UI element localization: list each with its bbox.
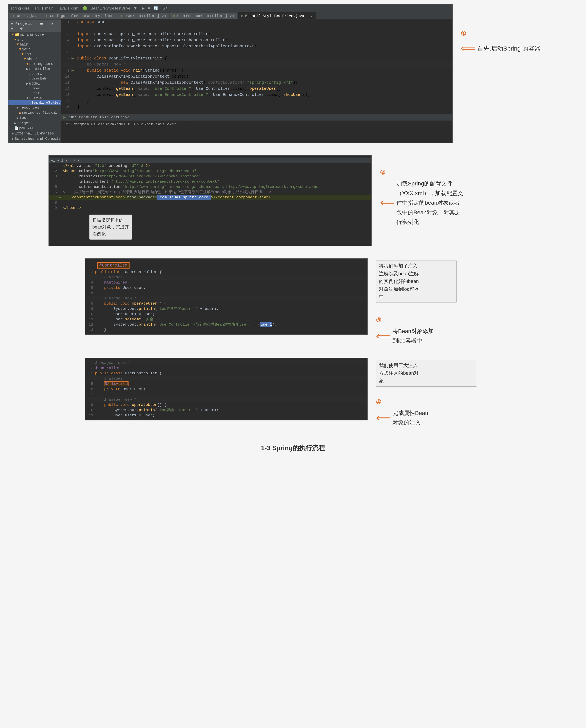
ctrl2-line-9: 9 public void operateUser() { bbox=[85, 402, 367, 407]
sidebar-item-shuai[interactable]: ▼ shuai bbox=[8, 57, 61, 61]
ctrl-line-9: 9 System.out.println("ioc容器中的user: " + u… bbox=[85, 306, 367, 311]
sidebar-header: ≡ Project ☰ ⇄ + ⚙ bbox=[8, 20, 61, 32]
terminal-bar: "C:\Program Files\Java\jdk1.8.0_201\bin\… bbox=[61, 121, 452, 128]
xml-line-2: 2 <beans xmlns="http://www.springframewo… bbox=[49, 169, 371, 174]
ctrl-line-11: 11 user.setName("帅金"); bbox=[85, 317, 367, 322]
ctrl2-line-3: 3 public class UserController { bbox=[85, 371, 367, 376]
ide-topbar: spring core | src | main | java | com 🟢 … bbox=[8, 4, 452, 12]
xml-line-3: 3 xmlns:xsi="http://www.w3.org/2001/XMLS… bbox=[49, 174, 371, 179]
ctrl-hint-3: 3 usages bbox=[85, 275, 367, 280]
tab-users[interactable]: ● Users.java bbox=[9, 13, 42, 19]
code-line-4: 4 import com.shuai.spring_core.controlle… bbox=[61, 37, 452, 43]
sidebar-item-user2[interactable]: J User bbox=[8, 91, 61, 96]
tab-beanlifestyle[interactable]: ● BeanLifeStyleTestDrive.java ✓ bbox=[238, 12, 316, 19]
code-line-hint: no usages new * bbox=[61, 61, 452, 68]
ctrl-line-8: 8 public void operateUser() { bbox=[85, 301, 367, 306]
ide-main-area: ≡ Project ☰ ⇄ + ⚙ ▼ 📁 spring_core ▼ src … bbox=[8, 19, 452, 143]
sidebar-item-main[interactable]: ▼ main bbox=[8, 42, 61, 47]
page-container: spring core | src | main | java | com 🟢 … bbox=[8, 4, 578, 453]
ctrl-line-6: 6 bbox=[85, 291, 367, 296]
ctrl2-line-11: 11 User user1 = user; bbox=[85, 413, 367, 418]
ctrl-screenshot2: 2 usages new * 2 @Controller 3 public cl… bbox=[85, 358, 368, 421]
code-line-13: 13 context.getBean( name: "userEnhanceCo… bbox=[61, 92, 452, 98]
code-line-10: 10 ClassPathXmlApplicationContext contex… bbox=[61, 74, 452, 80]
code-line-9: 9 ▶ public static void main(String[] arg… bbox=[61, 68, 452, 74]
xml-inner-annotation-area: 扫描指定包下的 bean对象，完成其 实例化 bbox=[49, 210, 371, 244]
annotation4: ④ ⟸ 完成属性Bean 对象的注入 bbox=[376, 391, 477, 427]
ctrl2-hint-3u: 3 usages bbox=[85, 376, 367, 381]
annotation4-text: 完成属性Bean 对象的注入 bbox=[393, 408, 428, 427]
ctrl2-line-7: 7 bbox=[85, 392, 367, 397]
code-editor-section1: 1 package com; 2 3 import com.shuai.spri… bbox=[61, 19, 452, 143]
sidebar-item-controller[interactable]: ▶ controller bbox=[8, 66, 61, 72]
code-line-12: 12 context.getBean( name: "userControlle… bbox=[61, 86, 452, 92]
ctrl2-inner-annotation: 我们使用三大注入 方式注入的bean对 象 bbox=[376, 360, 477, 387]
ctrl-hint-7: 1 usage new * bbox=[85, 296, 367, 301]
code-line-11: 11 = new ClassPathXmlApplicationContext(… bbox=[61, 80, 452, 86]
sidebar-item-target[interactable]: ▶ target bbox=[8, 121, 61, 126]
xml-line-7: 7 ▶ <content:component-scan base-package… bbox=[49, 195, 371, 200]
ctrl-inner-annotation: 将我们添加了注入 注解以及bean注解 的实例化好的bean 对象添加到ioc容… bbox=[376, 260, 457, 303]
arrow-icon-3: ⟸ bbox=[376, 327, 391, 345]
code-line-1: 1 package com; bbox=[61, 19, 452, 25]
sidebar-item-springcore2[interactable]: ▼ spring_core bbox=[8, 61, 61, 66]
run-bar: ▶ Run: BeanLifeStyleTestDrive bbox=[61, 114, 452, 121]
ctrl2-hint-1: 2 usages new * bbox=[85, 360, 367, 366]
section1: spring core | src | main | java | com 🟢 … bbox=[8, 4, 578, 143]
sidebar-item-pom[interactable]: 📄 pom.xml bbox=[8, 126, 61, 131]
controller-annotation-box: @Controller bbox=[98, 262, 130, 269]
code-line-15: 15 } bbox=[61, 104, 452, 110]
ctrl-line-13: 13 } bbox=[85, 327, 367, 332]
sidebar-item-userc[interactable]: J UserC... bbox=[8, 72, 61, 76]
arrow-icon-4: ⟸ bbox=[376, 409, 391, 426]
project-sidebar: ≡ Project ☰ ⇄ + ⚙ ▼ 📁 spring_core ▼ src … bbox=[8, 19, 61, 143]
dashed-line bbox=[134, 203, 134, 211]
sidebar-item-resources[interactable]: ▶ resources bbox=[8, 105, 61, 110]
section4-annotations: 我们使用三大注入 方式注入的bean对 象 ④ ⟸ 完成属性Bean 对象的注入 bbox=[376, 358, 477, 427]
xml-line-8: 8 bbox=[49, 200, 371, 205]
annotation1: ① ⟸ 首先,启动Spring 的容器 bbox=[461, 4, 578, 57]
ctrl-line-10: 10 User user1 = user; bbox=[85, 311, 367, 317]
annotation3: ③ ⟸ 将Bean对象添加 到ioc容器中 bbox=[376, 307, 457, 346]
terminal-text: "C:\Program Files\Java\jdk1.8.0_201\bin\… bbox=[63, 122, 186, 127]
tab-userenhance[interactable]: ● UserEnhanceController.java bbox=[169, 13, 237, 19]
sidebar-item-springcore[interactable]: ▼ 📁 spring_core bbox=[8, 32, 61, 37]
sidebar-item-scratches[interactable]: ▶ Scratches and Consoles bbox=[8, 136, 61, 141]
ctrl2-line-6: 6 private User user; bbox=[85, 386, 367, 392]
sidebar-item-user1[interactable]: J User bbox=[8, 86, 61, 91]
section3-annotations: 将我们添加了注入 注解以及bean注解 的实例化好的bean 对象添加到ioc容… bbox=[376, 258, 457, 346]
bottom-caption: 1-3 Spring的执行流程 bbox=[261, 444, 325, 453]
run-label: Run: BeanLifeStyleTestDrive bbox=[67, 115, 130, 120]
ctrl2-line-10: 10 System.out.println("ioc容器中的user: " + … bbox=[85, 407, 367, 413]
tab-usercontroller[interactable]: ● UserController.java bbox=[117, 13, 169, 19]
code-line-2: 2 bbox=[61, 25, 452, 31]
code-line-3: 3 import com.shuai.spring_core.controlle… bbox=[61, 31, 452, 37]
code-line-6: 6 bbox=[61, 49, 452, 55]
sidebar-item-springconfig[interactable]: ⚙ spring-config.xml bbox=[8, 110, 61, 115]
xml-line-5: 5 xsi:schemaLocation="http://www.springf… bbox=[49, 184, 371, 190]
sidebar-item-java[interactable]: ▼ java bbox=[8, 47, 61, 52]
section2: A1 ▼ 1 ▼ ∧ ∨ 1 <?xml version="1.0" encod… bbox=[8, 155, 578, 246]
sidebar-item-ext[interactable]: ▶ External Libraries bbox=[8, 131, 61, 136]
annotation1-text: 首先,启动Spring 的容器 bbox=[477, 43, 540, 54]
xml-line-9: 9 </beans> bbox=[49, 205, 371, 210]
xml-line-1: 1 <?xml version="1.0" encoding="UTF-8"?> bbox=[49, 163, 371, 169]
arrow-icon-1: ⟸ bbox=[461, 40, 475, 57]
annotation2: ② ⟸ 加载Spring的配置文件 （XXX.xml），加载配置文 件中指定的b… bbox=[380, 155, 578, 227]
ide-screenshot: spring core | src | main | java | com 🟢 … bbox=[8, 4, 453, 143]
sidebar-item-src[interactable]: ▼ src bbox=[8, 37, 61, 42]
sidebar-item-model[interactable]: ▶ model bbox=[8, 81, 61, 86]
arrow-icon-2: ⟸ bbox=[380, 194, 395, 211]
xml-line-4: 4 xmlns:content="http://www.springframew… bbox=[49, 179, 371, 184]
sidebar-item-beanlifestyle[interactable]: J BeanLifeStyle... bbox=[8, 100, 61, 105]
xml-screenshot: A1 ▼ 1 ▼ ∧ ∨ 1 <?xml version="1.0" encod… bbox=[49, 155, 372, 246]
sidebar-item-usere[interactable]: J UserEnh... bbox=[8, 76, 61, 81]
annotation3-text: 将Bean对象添加 到ioc容器中 bbox=[393, 326, 434, 346]
ctrl-screenshot: @Controller 2 public class UserControlle… bbox=[85, 258, 368, 335]
sidebar-item-test[interactable]: ▶ test bbox=[8, 115, 61, 121]
sidebar-item-com[interactable]: ▼ com bbox=[8, 52, 61, 57]
code-line-14: 14 } bbox=[61, 98, 452, 104]
tab-configurable[interactable]: ● ConfigurableBeanFactory.class bbox=[43, 13, 116, 19]
sidebar-item-service[interactable]: ▼ service bbox=[8, 96, 61, 100]
code-line-7: 7 ▶ public class BeanLifeStyleTestDrive … bbox=[61, 55, 452, 61]
